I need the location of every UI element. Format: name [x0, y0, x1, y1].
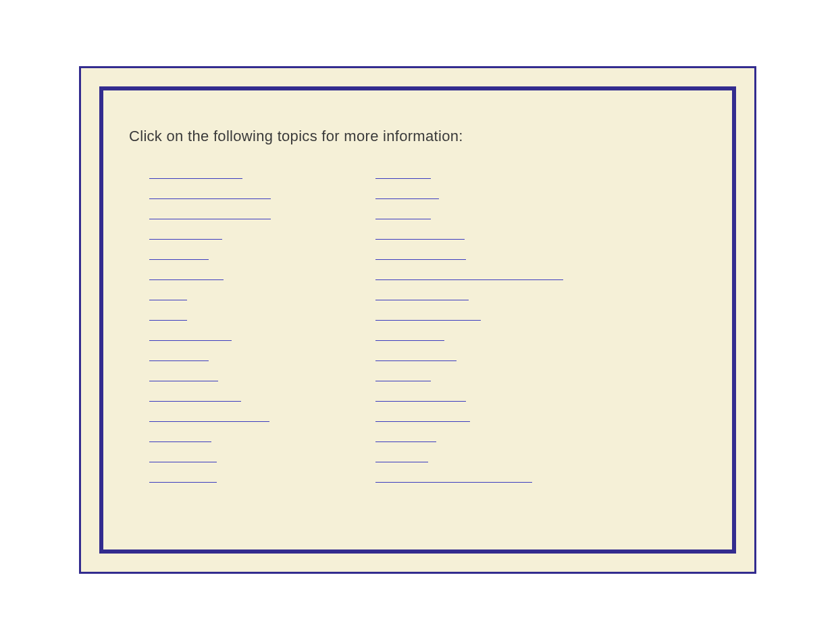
topic-link[interactable]	[149, 268, 375, 280]
topic-link[interactable]	[149, 390, 375, 402]
topic-link-underline	[149, 239, 222, 240]
topic-link-underline	[149, 401, 241, 402]
topic-link-underline	[375, 259, 466, 260]
topic-link[interactable]	[375, 390, 602, 402]
topic-link[interactable]	[149, 329, 375, 341]
topic-link-underline	[375, 360, 457, 361]
topic-link[interactable]	[149, 207, 375, 219]
topic-link[interactable]	[375, 430, 602, 442]
topic-link-underline	[149, 198, 271, 199]
topic-link[interactable]	[149, 227, 375, 240]
topic-link[interactable]	[149, 288, 375, 300]
outer-frame: Click on the following topics for more i…	[79, 66, 756, 574]
topic-link-underline	[149, 279, 224, 280]
topic-link-underline	[375, 320, 481, 321]
instruction-text: Click on the following topics for more i…	[129, 128, 706, 145]
topic-link[interactable]	[375, 268, 602, 280]
topic-link-underline	[149, 360, 209, 361]
topic-link[interactable]	[375, 187, 602, 199]
topic-link[interactable]	[375, 369, 602, 381]
topic-link[interactable]	[149, 349, 375, 361]
topic-link-underline	[375, 421, 470, 422]
topic-link[interactable]	[149, 308, 375, 321]
topic-link[interactable]	[375, 329, 602, 341]
topic-link[interactable]	[149, 369, 375, 381]
topic-link[interactable]	[149, 187, 375, 199]
topic-link-underline	[375, 462, 428, 462]
topic-link-underline	[375, 198, 439, 199]
topic-link-underline	[375, 219, 431, 219]
topic-link[interactable]	[149, 248, 375, 260]
topic-link-underline	[375, 340, 444, 341]
topics-columns	[129, 167, 706, 483]
topic-link[interactable]	[149, 167, 375, 179]
topic-link-underline	[149, 462, 217, 462]
topic-link[interactable]	[375, 308, 602, 321]
topic-link-underline	[149, 300, 187, 300]
inner-frame: Click on the following topics for more i…	[99, 86, 736, 554]
topic-link-underline	[149, 178, 242, 179]
topic-link[interactable]	[375, 227, 602, 240]
topic-link-underline	[149, 441, 211, 442]
topic-link-underline	[149, 421, 269, 422]
topic-link[interactable]	[149, 410, 375, 422]
topic-link-underline	[149, 219, 271, 219]
topic-link[interactable]	[149, 450, 375, 462]
topic-link-underline	[375, 381, 431, 381]
topic-link-underline	[149, 482, 217, 483]
topic-link[interactable]	[375, 248, 602, 260]
topic-link[interactable]	[375, 167, 602, 179]
topic-link-underline	[375, 401, 466, 402]
topic-link-underline	[375, 441, 436, 442]
topic-link-underline	[375, 300, 469, 300]
topic-link-underline	[149, 320, 187, 321]
topic-link[interactable]	[375, 207, 602, 219]
topic-link[interactable]	[375, 410, 602, 422]
topic-link-underline	[375, 482, 532, 483]
topic-link-underline	[149, 259, 209, 260]
topics-left-column	[149, 167, 375, 483]
topic-link-underline	[149, 381, 218, 381]
topic-link-underline	[375, 279, 563, 280]
topic-link[interactable]	[375, 471, 602, 483]
topic-link[interactable]	[149, 471, 375, 483]
topic-link[interactable]	[375, 450, 602, 462]
topic-link-underline	[375, 178, 431, 179]
topic-link[interactable]	[149, 430, 375, 442]
topic-link-underline	[375, 239, 465, 240]
topic-link[interactable]	[375, 288, 602, 300]
topics-right-column	[375, 167, 602, 483]
topic-link[interactable]	[375, 349, 602, 361]
topic-link-underline	[149, 340, 232, 341]
